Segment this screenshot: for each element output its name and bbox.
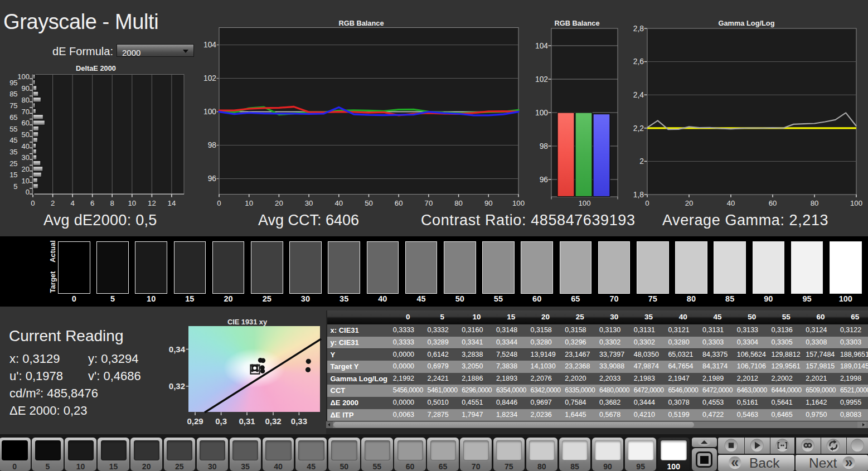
- svg-text:60: 60: [22, 119, 30, 127]
- svg-text:70: 70: [425, 199, 433, 207]
- svg-text:Gamma Log/Log: Gamma Log/Log: [719, 19, 775, 27]
- svg-text:0: 0: [31, 199, 35, 207]
- svg-text:0,3: 0,3: [215, 416, 227, 426]
- svg-text:35: 35: [9, 148, 17, 156]
- svg-text:20: 20: [685, 199, 694, 207]
- svg-text:100: 100: [535, 109, 548, 117]
- svg-text:10: 10: [245, 199, 253, 207]
- svg-text:40: 40: [334, 199, 343, 207]
- svg-text:5: 5: [13, 182, 17, 191]
- svg-text:2: 2: [639, 157, 644, 166]
- svg-text:2,4: 2,4: [633, 91, 644, 99]
- svg-text:98: 98: [208, 141, 217, 149]
- svg-text:100: 100: [512, 199, 525, 207]
- svg-text:25: 25: [9, 159, 17, 168]
- svg-text:30: 30: [305, 199, 313, 207]
- svg-text:DeltaE 2000: DeltaE 2000: [76, 64, 116, 72]
- svg-text:CIE 1931 xy: CIE 1931 xy: [227, 318, 268, 326]
- svg-text:100: 100: [17, 72, 30, 81]
- svg-text:RGB Balance: RGB Balance: [554, 19, 599, 27]
- svg-text:100: 100: [850, 199, 862, 207]
- svg-text:104: 104: [203, 41, 216, 49]
- svg-text:50: 50: [365, 199, 373, 207]
- svg-text:12: 12: [148, 199, 156, 207]
- svg-text:10: 10: [128, 199, 136, 207]
- svg-text:95: 95: [9, 79, 17, 87]
- svg-text:2,2: 2,2: [633, 124, 644, 133]
- svg-text:102: 102: [535, 75, 548, 84]
- svg-text:20: 20: [22, 165, 30, 173]
- svg-text:8: 8: [110, 199, 114, 207]
- svg-text:40: 40: [22, 142, 30, 150]
- svg-text:0,34: 0,34: [169, 344, 186, 354]
- svg-text:0: 0: [645, 199, 649, 207]
- svg-text:20: 20: [275, 199, 283, 207]
- svg-text:98: 98: [540, 142, 549, 150]
- svg-text:60: 60: [769, 199, 777, 207]
- svg-text:50: 50: [22, 130, 30, 139]
- svg-text:2,6: 2,6: [633, 57, 644, 66]
- svg-text:0,31: 0,31: [239, 416, 255, 426]
- svg-text:0: 0: [217, 199, 221, 207]
- svg-text:40: 40: [727, 199, 735, 207]
- svg-text:0: 0: [26, 188, 30, 196]
- svg-text:100: 100: [578, 199, 590, 207]
- svg-text:RGB Balance: RGB Balance: [338, 19, 384, 27]
- svg-text:96: 96: [540, 176, 549, 184]
- svg-text:45: 45: [9, 136, 17, 144]
- svg-text:55: 55: [9, 125, 17, 133]
- svg-text:2: 2: [51, 199, 55, 207]
- svg-text:104: 104: [535, 42, 548, 50]
- svg-text:80: 80: [454, 199, 463, 207]
- svg-text:60: 60: [395, 199, 403, 207]
- svg-text:15: 15: [9, 171, 17, 179]
- svg-text:96: 96: [208, 174, 217, 183]
- svg-text:0,32: 0,32: [169, 381, 185, 391]
- svg-text:65: 65: [9, 113, 17, 122]
- svg-text:0,29: 0,29: [187, 416, 203, 426]
- svg-text:4: 4: [70, 199, 74, 207]
- svg-text:75: 75: [9, 101, 17, 110]
- svg-text:30: 30: [22, 153, 30, 162]
- svg-text:70: 70: [22, 108, 30, 116]
- svg-text:0,33: 0,33: [291, 416, 307, 426]
- svg-text:6: 6: [90, 199, 94, 207]
- svg-text:80: 80: [22, 96, 30, 104]
- svg-text:80: 80: [811, 199, 819, 207]
- svg-text:2,8: 2,8: [633, 25, 644, 33]
- svg-text:14: 14: [168, 199, 176, 207]
- svg-text:0,32: 0,32: [265, 416, 281, 426]
- svg-text:90: 90: [484, 199, 493, 207]
- svg-text:1,8: 1,8: [633, 191, 644, 199]
- svg-text:100: 100: [203, 108, 216, 116]
- svg-text:102: 102: [203, 74, 216, 82]
- svg-text:90: 90: [22, 84, 30, 93]
- svg-text:10: 10: [22, 177, 30, 185]
- svg-text:85: 85: [9, 90, 17, 98]
